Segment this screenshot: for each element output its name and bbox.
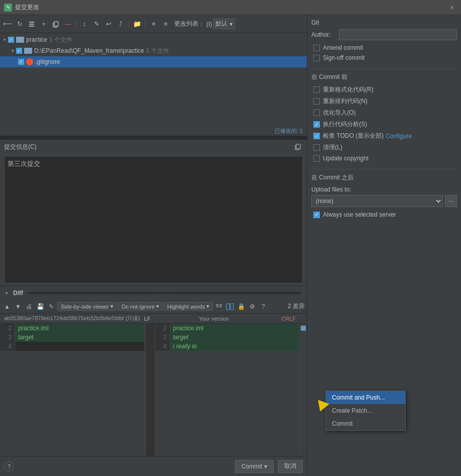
diff-lock-btn[interactable]: 🔒 xyxy=(236,302,246,312)
rearrange-row: 重新排列代码(N) xyxy=(311,97,457,106)
always-use-server-row: Always use selected server xyxy=(311,211,457,218)
always-use-server-checkbox[interactable] xyxy=(313,212,320,218)
diff-lf-label: LF xyxy=(144,316,151,322)
tree-root-count: 1 个文件 xyxy=(49,36,72,44)
commit-btn-label: Commit xyxy=(242,463,262,470)
author-label: Author: xyxy=(311,31,339,38)
tree-file-checkbox[interactable] xyxy=(18,59,24,65)
tree-file-name: .gitignore xyxy=(35,58,60,65)
svg-rect-2 xyxy=(29,26,34,27)
author-input[interactable] xyxy=(339,29,457,40)
cleanup-row: 清理(L) xyxy=(311,143,457,152)
diff-ignore-label: Do not ignore xyxy=(122,304,155,310)
tree-path[interactable]: ▾ D:\EPanRead\QF_Maven_frame\practice 1 … xyxy=(0,45,307,56)
diff-save-btn[interactable]: 💾 xyxy=(35,302,45,312)
toolbar-btn-folder[interactable]: 📁 xyxy=(132,19,143,30)
svg-rect-8 xyxy=(216,305,218,306)
run-analysis-label: 执行代码分析(S) xyxy=(323,120,367,129)
diff-help-btn[interactable]: ? xyxy=(258,302,268,312)
window-title: 提交更改 xyxy=(15,3,447,12)
diff-ignore-dropdown[interactable]: Do not ignore ▾ xyxy=(118,302,163,311)
diff-lines-btn[interactable] xyxy=(214,302,224,312)
run-analysis-row: 执行代码分析(S) xyxy=(311,120,457,129)
toolbar-btn-sort1[interactable]: ≡ xyxy=(148,19,159,30)
diff-side-btn[interactable] xyxy=(225,302,235,312)
reformat-checkbox[interactable] xyxy=(313,86,320,93)
folder-icon-root xyxy=(16,37,24,43)
svg-rect-12 xyxy=(226,304,229,310)
toolbar-paren-label: (I) xyxy=(206,21,212,28)
svg-rect-4 xyxy=(54,22,58,26)
diff-your-version: Your version xyxy=(199,316,234,322)
diff-viewer-dropdown[interactable]: Side-by-side viewer ▾ xyxy=(57,302,117,311)
toolbar-btn-diff[interactable]: ⤴ xyxy=(115,19,126,30)
upload-select[interactable]: (none) xyxy=(311,195,443,207)
diff-edit-btn[interactable]: ✎ xyxy=(46,302,56,312)
toolbar-btn-sort2[interactable]: ≡ xyxy=(160,19,171,30)
toolbar-btn-add[interactable]: + xyxy=(38,19,49,30)
diff-settings-btn[interactable]: ⚙ xyxy=(247,302,257,312)
diff-highlight-dropdown[interactable]: Highlight words ▾ xyxy=(164,302,213,311)
tree-arrow-root: ▾ xyxy=(2,37,7,42)
amend-commit-row: Amend commit xyxy=(311,44,457,51)
tree-root-checkbox[interactable] xyxy=(8,37,14,43)
commit-msg-copy-btn[interactable] xyxy=(293,142,303,152)
diff-collapse-arrow[interactable]: ▾ xyxy=(4,291,9,296)
diff-viewer-label: Side-by-side viewer xyxy=(61,304,109,310)
toolbar-btn-move[interactable]: ↕ xyxy=(79,19,90,30)
diff-half-left: 2 practice.iml 3 target 4 xyxy=(0,324,145,456)
toolbar-btn-left-arrow[interactable]: ⟵ xyxy=(2,19,13,30)
diff-down-btn[interactable]: ▼ xyxy=(13,302,23,312)
signoff-commit-checkbox[interactable] xyxy=(313,55,320,61)
svg-rect-11 xyxy=(216,307,222,307)
help-button[interactable]: ? xyxy=(4,461,14,471)
diff-up-btn[interactable]: ▲ xyxy=(2,302,12,312)
toolbar-sep-3 xyxy=(145,20,146,28)
popup-create-patch[interactable]: Create Patch... xyxy=(326,404,405,417)
upload-ellipsis-btn[interactable]: ··· xyxy=(445,195,457,207)
update-copyright-checkbox[interactable] xyxy=(313,155,320,162)
diff-scroll-indicator xyxy=(300,324,307,456)
toolbar-default-dropdown[interactable]: 默认 ▾ xyxy=(213,19,235,29)
tree-arrow-path: ▾ xyxy=(10,48,15,53)
toolbar-btn-edit[interactable]: ✎ xyxy=(91,19,102,30)
tree-path-label: D:\EPanRead\QF_Maven_frame\practice xyxy=(34,47,144,54)
diff-rows-left: 2 practice.iml 3 target 4 xyxy=(0,324,145,351)
run-analysis-checkbox[interactable] xyxy=(313,121,320,128)
svg-rect-10 xyxy=(219,305,222,306)
toolbar: ⟵ ↻ + — ↕ ✎ ↩ ⤴ 📁 ≡ ≡ 更改列表： (I) 默认 ▾ xyxy=(0,15,307,33)
toolbar-sep-1 xyxy=(76,20,76,28)
diff-print-btn[interactable]: 🖨 xyxy=(24,302,34,312)
toolbar-sep-2 xyxy=(129,20,129,28)
toolbar-btn-refresh[interactable]: ↻ xyxy=(14,19,25,30)
commit-msg-section: 提交信息(C) 第三次提交 xyxy=(0,140,307,285)
section-div-2 xyxy=(311,169,457,169)
optimize-checkbox[interactable] xyxy=(313,110,320,116)
tree-file[interactable]: .gitignore xyxy=(0,56,307,67)
modified-count: 已修改的: 1 xyxy=(0,126,307,136)
diff-divider-inline: · · · · · xyxy=(28,292,301,294)
toolbar-btn-undo[interactable]: ↩ xyxy=(103,19,114,30)
commit-dropdown-button[interactable]: Commit ▾ xyxy=(235,460,274,473)
tree-path-checkbox[interactable] xyxy=(16,48,22,54)
amend-commit-checkbox[interactable] xyxy=(313,45,320,51)
check-todo-checkbox[interactable] xyxy=(313,133,320,139)
cleanup-checkbox[interactable] xyxy=(313,144,320,151)
diff-file-header: ab05380ae7878eb1724dd38b75eb32b0b8e5fdbf… xyxy=(0,314,307,324)
close-button[interactable]: × xyxy=(447,3,457,13)
diff-separator xyxy=(145,324,155,456)
toolbar-btn-settings[interactable] xyxy=(26,19,37,30)
toolbar-btn-remove[interactable]: — xyxy=(62,19,73,30)
rearrange-checkbox[interactable] xyxy=(313,98,320,105)
file-tree-area: ▾ practice 1 个文件 ▾ D:\EPanRead\QF_Maven_… xyxy=(0,33,307,126)
popup-menu: Commit and Push... Create Patch... Commi… xyxy=(325,391,406,431)
cancel-button[interactable]: 取消 xyxy=(278,460,303,473)
toolbar-btn-copy[interactable] xyxy=(50,19,61,30)
configure-link[interactable]: Configure xyxy=(386,133,412,140)
popup-commit[interactable]: Commit xyxy=(326,417,405,430)
diff-badge: 2 差异 xyxy=(288,302,305,311)
h-divider-1[interactable]: · · · · · xyxy=(0,136,307,140)
tree-root[interactable]: ▾ practice 1 个文件 xyxy=(0,34,307,45)
popup-commit-and-push[interactable]: Commit and Push... xyxy=(326,391,405,404)
commit-msg-textarea[interactable]: 第三次提交 xyxy=(4,156,303,283)
